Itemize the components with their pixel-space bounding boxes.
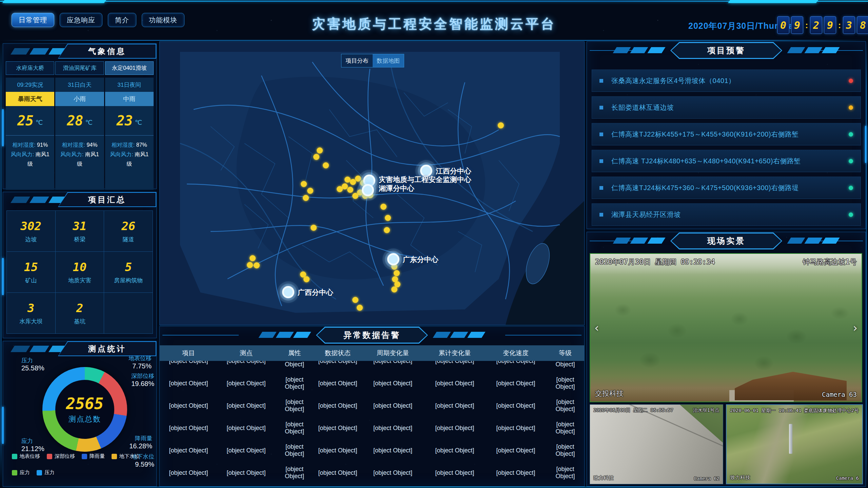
warning-list-item[interactable]: 仁博高速TJ24标K475+360～K475+500(K936+300)右侧路堤 (592, 177, 861, 199)
alarm-table-cell: [object Object] (546, 399, 584, 413)
project-point-marker[interactable] (311, 225, 317, 231)
banner-title-box: 项目汇总 (58, 192, 156, 207)
alarm-table-cell: [object Object] (361, 402, 424, 409)
summary-cell: 31 桥梁 (56, 211, 104, 251)
warning-text: 仁博高速TJ24标K475+360～K475+500(K936+300)右侧路堤 (611, 183, 849, 192)
summary-grid: 302 边坡 31 桥梁 26 隧道 15 矿山 (6, 210, 153, 334)
project-point-marker[interactable] (347, 187, 353, 193)
alarm-table-header: 项目 测点 属性 数据状态 周期变化量 累计变化量 变化速度 等级 (160, 345, 584, 361)
weather-site-tab[interactable]: 滑油洞尾矿库 (55, 61, 104, 75)
warning-list-item[interactable]: 长韶娄道林互通边坡 (592, 96, 861, 119)
header: 日常管理 应急响应 简介 功能模块 灾害地质与工程安全智能监测云平台 2020年… (0, 3, 868, 39)
summary-value: 15 (24, 260, 38, 274)
warning-list-item[interactable]: 仁博高速 TJ24标K480+635～K480+940(K941+650)右侧路… (592, 150, 861, 172)
project-point-marker[interactable] (394, 270, 400, 276)
header-deco-bars-left (260, 332, 309, 338)
prev-camera-arrow-icon[interactable] (594, 321, 599, 334)
camera-name: 治水坝1号点 (693, 407, 719, 413)
project-map[interactable]: 项目分布 数据地图 (159, 41, 585, 325)
project-point-marker[interactable] (352, 193, 358, 199)
project-point-marker[interactable] (355, 176, 361, 182)
legend-item[interactable]: 地下水位 (112, 453, 140, 460)
camera-timestamp: 2020年07月30日 星期四 09:29:34 (595, 257, 715, 267)
warning-list-item[interactable]: 张桑高速永定服务区4号滑坡体（0401） (592, 69, 861, 92)
alarm-table-row[interactable]: [object Object] [object Object] [object … (160, 394, 584, 417)
next-camera-arrow-icon[interactable] (853, 321, 857, 334)
project-point-marker[interactable] (254, 262, 260, 268)
project-point-marker[interactable] (303, 195, 309, 201)
legend-item[interactable]: 地表位移 (12, 453, 40, 460)
project-point-marker[interactable] (385, 215, 391, 221)
humidity-value: 87% (136, 142, 147, 148)
warning-list-item[interactable]: 仁博高速TJ22标K455+175～K455+360(K916+200)右侧路堑 (592, 123, 861, 145)
scene-panel-header: 现场实景 (587, 232, 866, 250)
camera-thumb-slope[interactable]: 2020年06月02日 星期二 06:55:57 治水坝1号点 致力科技 Cam… (590, 404, 723, 484)
humidity-value: 94% (86, 142, 97, 148)
project-point-marker[interactable] (380, 204, 387, 210)
nav-button[interactable]: 功能模块 (142, 13, 184, 27)
alarm-panel-title: 异常数据告警 (317, 328, 427, 343)
project-point-marker[interactable] (303, 276, 310, 282)
summary-label: 矿山 (25, 277, 37, 284)
warning-text: 长韶娄道林互通边坡 (611, 103, 849, 112)
map-view-tab[interactable]: 数据地图 (373, 54, 404, 67)
project-point-marker[interactable] (384, 227, 390, 233)
alarm-table-row[interactable]: [object Object] [object Object] [object … (160, 372, 584, 394)
header-deco-bars-left (615, 238, 664, 244)
points-total-value: 2565 (66, 394, 104, 413)
map-marker-guangdong-center[interactable]: 广东分中心 (387, 253, 438, 265)
map-marker-guangxi-center[interactable]: 广西分中心 (282, 286, 333, 298)
legend-item[interactable]: 深部位移 (47, 453, 75, 460)
donut-callout-pressure: 压力25.58% (21, 357, 44, 372)
weather-site-tab[interactable]: 水府庙大桥 (6, 61, 54, 75)
main-camera-feed[interactable]: 2020年07月30日 星期四 09:29:34 钟马路高边坡1号 交投科技 C… (590, 253, 862, 402)
project-point-marker[interactable] (250, 255, 256, 261)
project-point-marker[interactable] (357, 305, 363, 311)
map-view-tabs: 项目分布 数据地图 (341, 54, 404, 67)
summary-value: 26 (121, 219, 135, 233)
nav-button[interactable]: 简介 (108, 13, 136, 27)
camera-timestamp: 2020-06-01 星期一 10:36:41 (730, 408, 802, 414)
map-view-tab[interactable]: 项目分布 (341, 54, 373, 67)
alarm-table-cell: [object Object] (424, 380, 485, 387)
dashboard-root: 日常管理 应急响应 简介 功能模块 灾害地质与工程安全智能监测云平台 2020年… (0, 0, 868, 488)
marker-labels: 灾害地质与工程安全监测中心 湘潭分中心 (379, 175, 471, 193)
weather-panel-header: 气象信息 (3, 44, 156, 59)
project-point-marker[interactable] (337, 186, 343, 192)
alarm-table-row[interactable]: [object Object] [object Object] [object … (160, 462, 584, 484)
header-deco-bars-left (615, 47, 664, 53)
alarm-table-cell: [object Object] (217, 469, 275, 476)
camera-thumb-grass[interactable]: 2020-06-01 星期一 10:36:41 娄底固体废物处理中心2号 致力科… (726, 404, 863, 484)
legend-item[interactable]: 降雨量 (82, 453, 105, 460)
alarm-table-cell: [object Object] (485, 447, 546, 454)
alarm-table-cell: [object Object] (361, 425, 424, 432)
camera-id-label: Camera 6 (836, 475, 859, 481)
alarm-table-row[interactable]: [object Object] [object Object] [object … (160, 417, 584, 439)
project-point-marker[interactable] (313, 154, 319, 160)
donut-center: 2565 测点总数 (55, 380, 114, 439)
legend-item[interactable]: 应力 (12, 469, 30, 476)
donut-callout-deep-displacement: 深部位移19.68% (131, 372, 154, 388)
map-marker-headquarters[interactable]: 灾害地质与工程安全监测中心 湘潭分中心 (363, 175, 471, 196)
alarm-table-row[interactable]: [object Object] [object Object] [object … (160, 439, 584, 462)
weather-site-tab[interactable]: 永定0401滑坡 (105, 61, 154, 75)
project-point-marker[interactable] (247, 262, 253, 268)
weather-panel: 气象信息 水府庙大桥 滑油洞尾矿库 永定0401滑坡 09:29实况 暴雨天气 … (3, 43, 157, 189)
project-point-marker[interactable] (307, 188, 313, 194)
project-point-marker[interactable] (317, 147, 323, 154)
project-point-marker[interactable] (301, 181, 307, 187)
project-warnings-panel: 项目预警 张桑高速永定服务区4号滑坡体（0401） 长韶娄道林互通边坡 (587, 41, 866, 229)
legend-item[interactable]: 压力 (37, 469, 55, 476)
nav-button[interactable]: 日常管理 (12, 13, 54, 27)
donut-callout-stress: 应力21.12% (21, 438, 44, 453)
project-point-marker[interactable] (498, 122, 504, 128)
temperature-value: 23 (117, 113, 133, 128)
nav-button[interactable]: 应急响应 (60, 13, 102, 27)
warning-text: 湘潭县天易经开区滑坡 (611, 210, 849, 219)
warning-text: 仁博高速 TJ24标K480+635～K480+940(K941+650)右侧路… (611, 157, 849, 166)
project-point-marker[interactable] (391, 286, 397, 292)
warning-list-item[interactable]: 湘潭县天易经开区滑坡 (592, 203, 861, 226)
project-point-marker[interactable] (323, 162, 329, 168)
alarm-table-cell: [object Object] (361, 469, 424, 476)
project-point-marker[interactable] (352, 297, 358, 303)
